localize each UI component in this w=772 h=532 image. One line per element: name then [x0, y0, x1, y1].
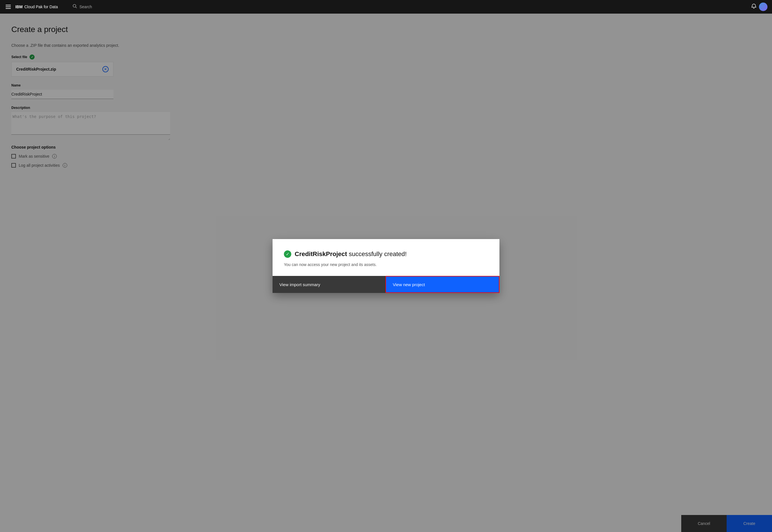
topbar: IBM Cloud Pak for Data: [0, 0, 772, 14]
modal-project-name: CreditRiskProject: [295, 250, 347, 257]
menu-icon[interactable]: [5, 4, 12, 10]
topbar-actions: [751, 3, 767, 11]
modal-description: You can now access your new project and …: [284, 262, 488, 267]
brand-ibm: IBM: [15, 5, 23, 9]
modal-body: ✓ CreditRiskProject successfully created…: [273, 239, 499, 276]
search-bar[interactable]: [73, 4, 736, 10]
modal-title: ✓ CreditRiskProject successfully created…: [284, 250, 488, 258]
search-input[interactable]: [79, 5, 736, 9]
brand-product: Cloud Pak for Data: [24, 5, 58, 9]
svg-line-1: [75, 7, 77, 8]
search-icon: [73, 4, 77, 10]
user-avatar[interactable]: [759, 3, 767, 11]
notification-bell-icon[interactable]: [751, 3, 757, 10]
view-import-summary-button[interactable]: View import summary: [273, 276, 385, 293]
modal-actions: View import summary View new project: [273, 276, 499, 293]
view-new-project-button[interactable]: View new project: [385, 276, 499, 293]
success-modal: ✓ CreditRiskProject successfully created…: [273, 239, 499, 293]
modal-title-suffix: successfully created!: [347, 250, 407, 257]
modal-check-icon: ✓: [284, 250, 291, 258]
brand: IBM Cloud Pak for Data: [15, 5, 58, 9]
